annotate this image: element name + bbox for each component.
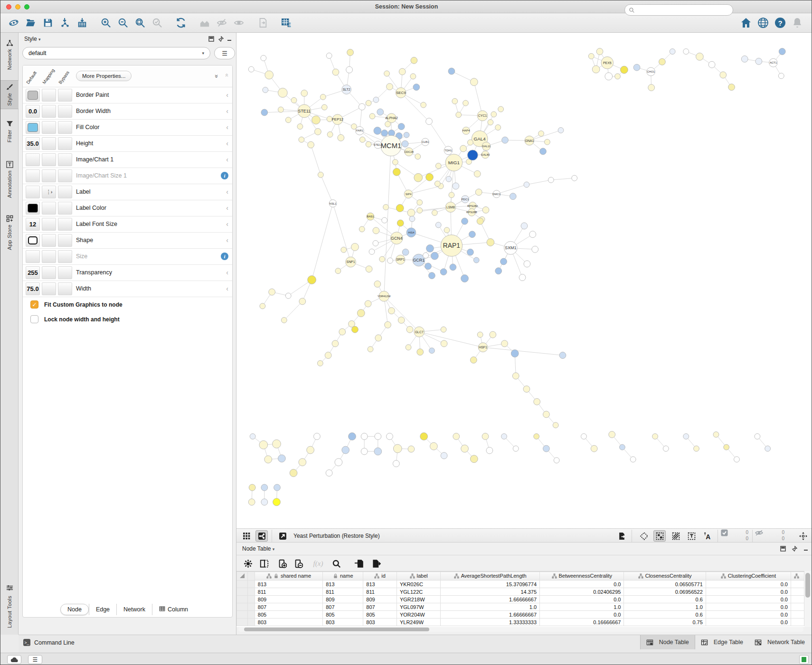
bypass-cell[interactable] <box>58 266 72 279</box>
import-table-file-icon[interactable] <box>352 557 366 570</box>
network-node[interactable] <box>670 49 675 55</box>
network-node[interactable] <box>274 484 281 491</box>
network-edge[interactable] <box>321 175 333 203</box>
table-cell[interactable]: 0.0 <box>706 581 791 588</box>
show-table-panel-icon[interactable]: E <box>279 16 293 30</box>
table-cell[interactable]: 807 <box>323 603 363 611</box>
default-cell[interactable] <box>26 250 40 263</box>
network-node[interactable] <box>620 66 628 74</box>
network-node[interactable] <box>332 340 339 347</box>
memory-gauge-icon[interactable] <box>799 655 809 664</box>
network-node[interactable] <box>486 447 493 454</box>
network-node[interactable] <box>470 455 478 463</box>
column-header-partial[interactable] <box>791 572 804 581</box>
network-node[interactable] <box>683 433 689 439</box>
network-node[interactable] <box>314 433 321 440</box>
expand-row-chevron-icon[interactable]: ‹ <box>226 285 228 292</box>
minimize-table-panel-icon[interactable] <box>802 545 810 553</box>
table-cell[interactable]: YOR204W <box>397 611 440 618</box>
mapping-cell[interactable] <box>42 202 56 215</box>
network-node[interactable] <box>448 68 455 75</box>
network-node[interactable] <box>417 349 424 356</box>
network-node[interactable] <box>473 257 479 263</box>
table-cell[interactable]: 813 <box>363 581 397 588</box>
network-node[interactable] <box>352 326 359 333</box>
network-node[interactable] <box>381 130 388 136</box>
table-cell[interactable]: 0.0 <box>706 588 791 596</box>
network-node[interactable] <box>430 442 437 450</box>
network-node[interactable] <box>490 331 496 338</box>
network-node[interactable] <box>387 84 393 90</box>
column-header-id[interactable]: id <box>363 572 397 581</box>
network-edge[interactable] <box>529 130 561 140</box>
network-node[interactable] <box>554 458 559 463</box>
network-node[interactable] <box>765 446 771 451</box>
network-edge[interactable] <box>429 122 448 150</box>
network-node[interactable] <box>368 347 373 352</box>
network-node[interactable] <box>264 456 272 463</box>
table-row[interactable]: 811811811YGL122C14.3750.024062950.069565… <box>237 588 804 596</box>
table-cell[interactable] <box>791 588 804 596</box>
import-network-icon[interactable] <box>58 16 72 30</box>
mapping-cell[interactable] <box>42 137 56 150</box>
network-node[interactable] <box>581 433 587 439</box>
table-row[interactable]: 803803803YLR249W1.333333330.166666670.75… <box>237 618 804 626</box>
network-node[interactable] <box>397 220 404 226</box>
network-node[interactable] <box>510 193 516 200</box>
network-node[interactable] <box>374 127 381 135</box>
style-property-row-transparency[interactable]: 255Transparency‹ <box>23 265 232 281</box>
table-cell[interactable]: YGL122C <box>397 588 440 596</box>
default-cell[interactable]: 255 <box>26 266 40 279</box>
style-tab-node[interactable]: Node <box>60 604 89 615</box>
column-header-ClosenessCentrality[interactable]: ClosenessCentrality <box>624 572 706 581</box>
sidebar-tab-annotation[interactable]: Annotation <box>0 158 19 201</box>
network-node[interactable] <box>491 112 497 117</box>
network-node[interactable] <box>402 140 408 147</box>
network-node[interactable] <box>440 269 447 275</box>
bottom-tab-edge-table[interactable]: Edge Table <box>695 635 749 649</box>
network-node[interactable] <box>393 460 399 467</box>
table-row[interactable]: 809809809YGR218W1.666666670.00.60.0 <box>237 596 804 603</box>
network-node[interactable] <box>396 204 404 212</box>
network-node[interactable] <box>467 249 474 255</box>
network-node[interactable] <box>592 66 600 73</box>
network-node[interactable] <box>312 116 321 124</box>
network-node[interactable] <box>299 137 304 142</box>
network-node[interactable] <box>500 258 507 265</box>
mapping-cell[interactable] <box>42 266 56 279</box>
table-cell[interactable]: 1.0 <box>441 603 540 611</box>
network-node[interactable] <box>393 168 400 176</box>
create-column-icon[interactable] <box>275 557 289 570</box>
table-cell[interactable]: 803 <box>363 618 397 626</box>
network-view-mode-icon[interactable] <box>255 530 268 542</box>
network-edge[interactable] <box>527 180 551 185</box>
select-nodes-mode-icon[interactable] <box>653 530 666 542</box>
network-node[interactable] <box>652 433 658 439</box>
network-node[interactable] <box>477 218 483 225</box>
network-node[interactable] <box>297 124 303 130</box>
zoom-fit-icon[interactable] <box>133 16 147 30</box>
table-cell[interactable]: 811 <box>323 588 363 596</box>
network-node[interactable] <box>265 71 274 79</box>
network-node[interactable] <box>342 446 349 454</box>
table-options-gear-icon[interactable] <box>241 557 255 570</box>
network-node[interactable] <box>461 445 469 452</box>
pin-panel-icon[interactable] <box>217 35 225 43</box>
network-node[interactable] <box>461 275 469 282</box>
collapse-all-icon[interactable]: » <box>223 75 230 77</box>
help-icon[interactable]: ? <box>774 16 787 29</box>
bypass-cell[interactable] <box>58 89 72 102</box>
network-node[interactable] <box>543 445 550 452</box>
column-header-shared-name[interactable]: shared name <box>255 572 322 581</box>
pin-table-panel-icon[interactable] <box>791 545 798 553</box>
checkbox[interactable] <box>30 315 38 323</box>
network-node[interactable] <box>456 112 462 118</box>
table-cell[interactable]: 0.0 <box>540 596 624 603</box>
browser-icon[interactable] <box>756 16 770 29</box>
network-node[interactable] <box>463 100 469 106</box>
network-node[interactable] <box>501 340 508 347</box>
table-cell[interactable]: 807 <box>255 603 322 611</box>
network-node[interactable] <box>648 84 655 91</box>
expand-row-chevron-icon[interactable]: ‹ <box>226 236 228 244</box>
network-node[interactable] <box>450 264 456 271</box>
